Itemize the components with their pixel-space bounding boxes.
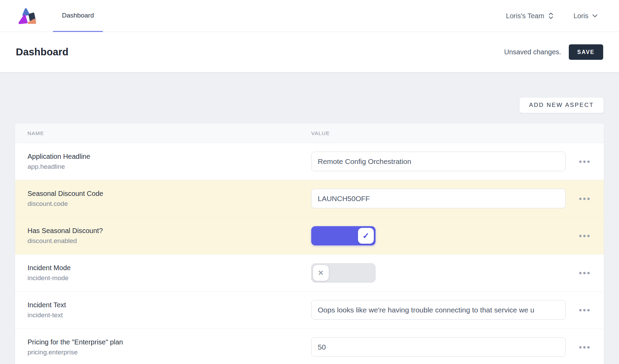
page-header-actions: Unsaved changes. SAVE bbox=[504, 44, 603, 60]
table-row: Incident Text incident-text ••• bbox=[15, 291, 604, 329]
row-options-icon[interactable]: ••• bbox=[577, 231, 592, 240]
page-header: Dashboard Unsaved changes. SAVE bbox=[0, 32, 619, 73]
incident-mode-toggle[interactable]: ✕ bbox=[311, 263, 376, 283]
save-button[interactable]: SAVE bbox=[569, 44, 603, 60]
aspect-value-cell: ✕ bbox=[311, 263, 566, 283]
add-new-aspect-button[interactable]: ADD NEW ASPECT bbox=[519, 97, 604, 113]
aspect-key: pricing.enterprise bbox=[28, 349, 311, 356]
table-row: Seasonal Discount Code discount.code ••• bbox=[15, 180, 604, 217]
aspect-value-cell: ✓ bbox=[311, 226, 566, 245]
unsaved-changes-text: Unsaved changes. bbox=[504, 48, 561, 56]
top-navigation: Dashboard Loris's Team Loris bbox=[0, 0, 619, 32]
aspect-title: Seasonal Discount Code bbox=[28, 190, 311, 198]
toggle-knob: ✓ bbox=[358, 228, 374, 244]
aspect-key: app.headline bbox=[28, 163, 311, 170]
discount-enabled-toggle[interactable]: ✓ bbox=[311, 226, 376, 245]
team-switcher[interactable]: Loris's Team bbox=[506, 12, 553, 20]
check-icon: ✓ bbox=[362, 231, 369, 241]
team-switcher-label: Loris's Team bbox=[506, 12, 544, 20]
row-menu-cell: ••• bbox=[566, 268, 604, 277]
aspect-title: Pricing for the "Enterprise" plan bbox=[28, 338, 311, 346]
aspect-key: incident-mode bbox=[28, 274, 311, 282]
page-title: Dashboard bbox=[16, 46, 68, 58]
aspect-name-cell: Pricing for the "Enterprise" plan pricin… bbox=[15, 338, 311, 356]
tab-dashboard[interactable]: Dashboard bbox=[53, 0, 103, 32]
chevron-down-icon bbox=[592, 14, 598, 18]
main-content: ADD NEW ASPECT NAME VALUE Application He… bbox=[0, 73, 619, 364]
row-options-icon[interactable]: ••• bbox=[577, 194, 592, 203]
aspect-name-cell: Seasonal Discount Code discount.code bbox=[15, 190, 311, 208]
row-menu-cell: ••• bbox=[566, 343, 604, 352]
aspect-key: incident-text bbox=[28, 311, 311, 319]
pricing-enterprise-input[interactable] bbox=[311, 337, 566, 357]
aspect-value-cell bbox=[311, 189, 566, 208]
toggle-knob: ✕ bbox=[313, 265, 329, 281]
aspect-title: Incident Mode bbox=[28, 264, 311, 272]
aspect-key: discount.enabled bbox=[28, 237, 311, 245]
incident-text-input[interactable] bbox=[311, 300, 566, 320]
aspect-key: discount.code bbox=[28, 200, 311, 208]
row-menu-cell: ••• bbox=[566, 157, 604, 166]
aspect-title: Has Seasonal Discount? bbox=[28, 227, 311, 235]
aspect-name-cell: Application Headline app.headline bbox=[15, 153, 311, 170]
table-row: Application Headline app.headline ••• bbox=[15, 143, 604, 180]
row-options-icon[interactable]: ••• bbox=[577, 268, 592, 277]
row-options-icon[interactable]: ••• bbox=[577, 343, 592, 352]
row-options-icon[interactable]: ••• bbox=[577, 306, 592, 315]
discount-code-input[interactable] bbox=[311, 189, 566, 208]
row-menu-cell: ••• bbox=[566, 231, 604, 240]
aspects-table: NAME VALUE Application Headline app.head… bbox=[15, 123, 604, 364]
table-row: Pricing for the "Enterprise" plan pricin… bbox=[15, 329, 604, 364]
table-row: Incident Mode incident-mode ✕ ••• bbox=[15, 254, 604, 291]
table-row: Has Seasonal Discount? discount.enabled … bbox=[15, 217, 604, 254]
aspect-title: Application Headline bbox=[28, 153, 311, 161]
aspect-value-cell bbox=[311, 300, 566, 320]
tab-dashboard-label: Dashboard bbox=[62, 12, 94, 19]
aspect-title: Incident Text bbox=[28, 301, 311, 309]
aspect-value-cell bbox=[311, 152, 566, 171]
aspect-name-cell: Has Seasonal Discount? discount.enabled bbox=[15, 227, 311, 245]
logo-icon bbox=[16, 5, 36, 26]
topnav-right: Loris's Team Loris bbox=[506, 0, 598, 32]
app-headline-input[interactable] bbox=[311, 152, 566, 171]
column-header-value: VALUE bbox=[311, 130, 566, 136]
user-menu[interactable]: Loris bbox=[574, 12, 598, 20]
app-logo[interactable] bbox=[16, 0, 36, 32]
row-menu-cell: ••• bbox=[566, 194, 604, 203]
aspect-value-cell bbox=[311, 337, 566, 357]
column-header-name: NAME bbox=[15, 130, 311, 136]
aspect-name-cell: Incident Mode incident-mode bbox=[15, 264, 311, 282]
row-options-icon[interactable]: ••• bbox=[577, 157, 592, 166]
user-menu-label: Loris bbox=[574, 12, 588, 20]
close-icon: ✕ bbox=[318, 269, 324, 277]
toolbar-row: ADD NEW ASPECT bbox=[15, 97, 604, 113]
row-menu-cell: ••• bbox=[566, 306, 604, 315]
updown-chevron-icon bbox=[548, 12, 554, 19]
aspect-name-cell: Incident Text incident-text bbox=[15, 301, 311, 319]
table-header-row: NAME VALUE bbox=[15, 123, 604, 143]
